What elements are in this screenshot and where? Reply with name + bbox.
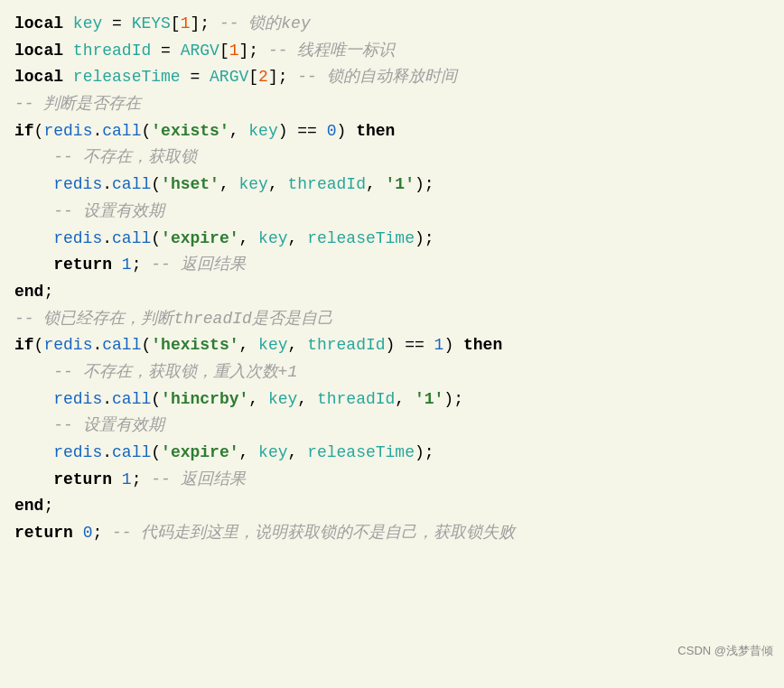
- token-number: 0: [83, 524, 93, 542]
- watermark: CSDN @浅梦昔倾: [677, 642, 773, 661]
- token-plain: (: [151, 175, 161, 193]
- token-plain: ;: [92, 524, 112, 542]
- token-plain: ;: [43, 497, 53, 515]
- token-func-call: call: [112, 229, 151, 247]
- token-plain: ,: [239, 443, 259, 461]
- token-plain: ];: [190, 14, 219, 33]
- token-idx: 1: [181, 14, 191, 33]
- token-plain: [: [248, 68, 258, 86]
- token-kw-local: local: [14, 42, 63, 60]
- token-keyword-return: return: [53, 470, 112, 488]
- token-plain: (: [151, 443, 161, 461]
- code-line-line9: redis.call('expire', key, releaseTime);: [14, 226, 770, 253]
- token-plain: .: [102, 229, 112, 247]
- token-plain: [: [219, 42, 229, 60]
- token-var-name: key: [258, 443, 287, 461]
- token-var-name: key: [239, 175, 268, 193]
- token-plain: ;: [132, 256, 152, 274]
- token-comment: -- 锁已经存在，判断threadId是否是自己: [14, 310, 333, 328]
- token-plain: [14, 363, 53, 381]
- token-plain: ,: [219, 175, 239, 193]
- token-func-call: call: [112, 390, 151, 408]
- token-plain: ,: [395, 390, 415, 408]
- token-plain: ,: [248, 390, 268, 408]
- token-func-call: call: [102, 336, 141, 354]
- code-line-line14: -- 不存在，获取锁，重入次数+1: [14, 359, 770, 386]
- code-line-line5: if(redis.call('exists', key) == 0) then: [14, 118, 770, 145]
- token-redis-obj: redis: [53, 175, 102, 193]
- code-line-line6: -- 不存在，获取锁: [14, 144, 770, 172]
- token-plain: =: [181, 68, 210, 86]
- token-var-name: key: [268, 390, 297, 408]
- token-plain: ;: [43, 283, 53, 301]
- token-plain: ) ==: [386, 336, 434, 354]
- token-comment: -- 返回结果: [151, 256, 245, 274]
- code-line-line19: end;: [14, 493, 770, 520]
- token-plain: [14, 390, 53, 408]
- token-var-name: releaseTime: [307, 443, 415, 461]
- token-keyword-return: return: [53, 256, 112, 274]
- token-plain: [112, 256, 122, 274]
- token-plain: ,: [239, 336, 259, 354]
- token-argv: ARGV: [181, 42, 219, 60]
- token-var-name: threadId: [73, 42, 151, 60]
- code-line-line4: -- 判断是否存在: [14, 91, 770, 118]
- token-func-call: call: [102, 122, 141, 140]
- token-plain: [: [171, 14, 181, 33]
- token-keyword-then: then: [356, 122, 395, 140]
- code-line-line16: -- 设置有效期: [14, 413, 770, 440]
- token-redis-obj: redis: [43, 122, 92, 140]
- token-plain: ) ==: [278, 122, 327, 140]
- token-plain: [14, 229, 53, 247]
- token-plain: );: [415, 229, 434, 247]
- token-var-name: releaseTime: [73, 68, 181, 86]
- token-string: 'hexists': [151, 336, 238, 354]
- token-plain: ,: [229, 122, 249, 140]
- token-plain: ,: [268, 175, 288, 193]
- token-var-name: threadId: [307, 336, 385, 354]
- token-plain: ): [443, 336, 463, 354]
- code-line-line3: local releaseTime = ARGV[2]; -- 锁的自动释放时间: [14, 64, 770, 91]
- code-line-line20: return 0; -- 代码走到这里，说明获取锁的不是自己，获取锁失败: [14, 520, 770, 547]
- token-plain: [14, 470, 53, 488]
- code-line-line11: end;: [14, 279, 770, 306]
- token-keyword-return: return: [14, 524, 73, 542]
- token-plain: [112, 470, 122, 488]
- token-plain: [14, 416, 53, 434]
- token-func-call: call: [112, 175, 151, 193]
- token-var-name: key: [73, 14, 102, 33]
- token-redis-obj: redis: [43, 336, 92, 354]
- token-redis-obj: redis: [53, 390, 102, 408]
- code-line-line8: -- 设置有效期: [14, 199, 770, 226]
- token-comment: -- 设置有效期: [53, 202, 163, 220]
- token-keys: KEYS: [132, 14, 171, 33]
- code-line-line2: local threadId = ARGV[1]; -- 线程唯一标识: [14, 38, 770, 65]
- token-plain: (: [151, 390, 161, 408]
- token-plain: .: [102, 175, 112, 193]
- token-number: 1: [434, 336, 444, 354]
- token-string: 'exists': [151, 122, 229, 140]
- token-keyword-then: then: [463, 336, 502, 354]
- token-plain: [73, 524, 83, 542]
- token-plain: [63, 68, 73, 86]
- token-kw-local: local: [14, 14, 63, 33]
- token-plain: [14, 443, 53, 461]
- code-line-line1: local key = KEYS[1]; -- 锁的key: [14, 11, 770, 38]
- token-plain: ,: [288, 229, 308, 247]
- token-comment: -- 锁的key: [219, 14, 311, 33]
- token-plain: (: [151, 229, 161, 247]
- token-var-name: key: [248, 122, 277, 140]
- token-plain: .: [92, 122, 102, 140]
- token-plain: =: [102, 14, 131, 33]
- token-plain: ,: [366, 175, 386, 193]
- token-comment: -- 返回结果: [151, 470, 245, 488]
- code-line-line18: return 1; -- 返回结果: [14, 467, 770, 494]
- token-number: 0: [327, 122, 337, 140]
- token-string: 'hincrby': [161, 390, 248, 408]
- token-plain: (: [34, 336, 44, 354]
- token-plain: );: [415, 175, 434, 193]
- token-plain: [14, 148, 53, 166]
- code-line-line15: redis.call('hincrby', key, threadId, '1'…: [14, 386, 770, 414]
- token-redis-obj: redis: [53, 229, 102, 247]
- token-plain: [14, 256, 53, 274]
